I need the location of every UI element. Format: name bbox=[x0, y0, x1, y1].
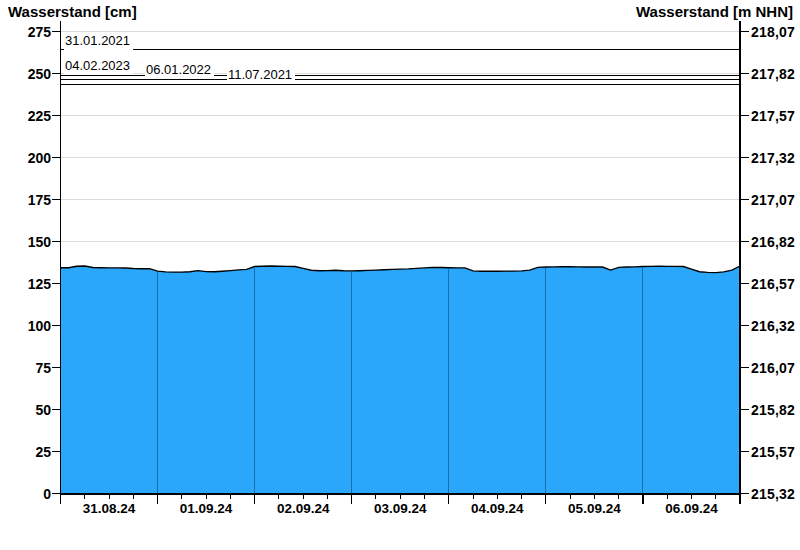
plot-area bbox=[0, 0, 800, 550]
y-left-tick-label: 50 bbox=[0, 402, 51, 418]
y-right-tick-label: 216,82 bbox=[751, 234, 795, 250]
y-left-tick-label: 250 bbox=[0, 66, 51, 82]
x-tick-label: 31.08.24 bbox=[67, 501, 151, 517]
y-right-tick-label: 215,82 bbox=[751, 402, 795, 418]
y-right-tick-label: 217,82 bbox=[751, 66, 795, 82]
y-left-tick-label: 150 bbox=[0, 234, 51, 250]
y-right-tick-label: 216,07 bbox=[751, 360, 795, 376]
x-tick-label: 02.09.24 bbox=[261, 501, 345, 517]
x-tick-label: 03.09.24 bbox=[358, 501, 442, 517]
y-right-tick-label: 217,32 bbox=[751, 150, 795, 166]
y-right-tick-label: 217,07 bbox=[751, 192, 795, 208]
x-tick-label: 06.09.24 bbox=[649, 501, 733, 517]
right-axis-title: Wasserstand [m NHN] bbox=[636, 3, 793, 20]
reference-line-label: 11.07.2021 bbox=[227, 67, 295, 84]
reference-line-label: 31.01.2021 bbox=[64, 33, 133, 50]
y-left-tick-label: 175 bbox=[0, 192, 51, 208]
y-right-tick-label: 217,57 bbox=[751, 108, 795, 124]
y-left-tick-label: 25 bbox=[0, 444, 51, 460]
x-tick-label: 04.09.24 bbox=[455, 501, 539, 517]
y-right-tick-label: 216,57 bbox=[751, 276, 795, 292]
y-left-tick-label: 0 bbox=[0, 486, 51, 502]
y-left-tick-label: 200 bbox=[0, 150, 51, 166]
y-left-tick-label: 100 bbox=[0, 318, 51, 334]
y-left-tick-label: 275 bbox=[0, 24, 51, 40]
y-left-tick-label: 125 bbox=[0, 276, 51, 292]
x-tick-label: 01.09.24 bbox=[164, 501, 248, 517]
y-right-tick-label: 215,32 bbox=[751, 486, 795, 502]
water-level-chart: Wasserstand [cm] Wasserstand [m NHN] 275… bbox=[0, 0, 800, 550]
water-area bbox=[61, 266, 741, 494]
y-left-tick-label: 225 bbox=[0, 108, 51, 124]
y-left-tick-label: 75 bbox=[0, 360, 51, 376]
y-right-tick-label: 218,07 bbox=[751, 24, 795, 40]
reference-line-label: 06.01.2022 bbox=[145, 62, 214, 79]
left-axis-title: Wasserstand [cm] bbox=[8, 3, 137, 20]
x-tick-label: 05.09.24 bbox=[552, 501, 636, 517]
y-right-tick-label: 216,32 bbox=[751, 318, 795, 334]
reference-line-label: 04.02.2023 bbox=[64, 58, 133, 75]
y-right-tick-label: 215,57 bbox=[751, 444, 795, 460]
